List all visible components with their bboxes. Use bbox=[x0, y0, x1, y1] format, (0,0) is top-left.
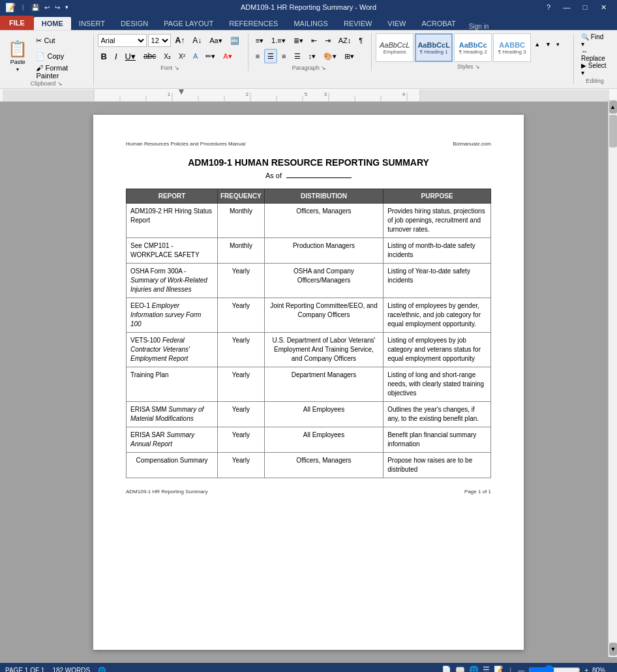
clear-format-button[interactable]: 🔤 bbox=[227, 33, 243, 48]
cell-frequency: Yearly bbox=[217, 333, 264, 367]
replace-button[interactable]: ↔ Replace bbox=[578, 48, 612, 62]
styles-scroll-up[interactable]: ▲ bbox=[532, 40, 542, 55]
tab-page-layout[interactable]: PAGE LAYOUT bbox=[156, 17, 221, 30]
paste-button[interactable]: 📋 Paste ▾ bbox=[5, 39, 30, 73]
cell-purpose: Listing of employees by gender, race/eth… bbox=[384, 298, 491, 333]
window-title: ADM109-1 HR Reporting Summary - Word bbox=[241, 3, 376, 11]
justify-button[interactable]: ☰ bbox=[291, 49, 304, 63]
restore-button[interactable]: □ bbox=[577, 0, 594, 14]
shading-button[interactable]: 🎨▾ bbox=[320, 49, 340, 63]
tab-acrobat[interactable]: ACROBAT bbox=[414, 17, 463, 30]
change-case-button[interactable]: Aa▾ bbox=[206, 33, 225, 48]
style-heading3[interactable]: AABBC ¶ Heading 3 bbox=[493, 33, 531, 62]
quick-redo-icon[interactable]: ↪ bbox=[55, 4, 60, 11]
text-effect-button[interactable]: A bbox=[190, 49, 201, 63]
find-button[interactable]: 🔍 Find ▾ bbox=[578, 33, 612, 48]
numbering-button[interactable]: 1.≡▾ bbox=[268, 33, 289, 48]
ruler: 1 2 3 4 5 bbox=[0, 89, 617, 102]
font-size-select[interactable]: 12 bbox=[148, 34, 171, 47]
tab-mailings[interactable]: MAILINGS bbox=[286, 17, 336, 30]
col-header-purpose: PURPOSE bbox=[384, 189, 491, 204]
zoom-level[interactable]: 80% bbox=[592, 667, 612, 673]
cell-purpose: Listing of long and short-range needs, w… bbox=[384, 367, 491, 402]
zoom-slider[interactable] bbox=[528, 666, 580, 672]
underline-button[interactable]: U▾ bbox=[122, 49, 139, 63]
svg-text:5: 5 bbox=[305, 91, 308, 97]
document-footer: ADM109-1 HR Reporting Summary Page 1 of … bbox=[126, 489, 491, 495]
font-color-button[interactable]: A▾ bbox=[220, 49, 235, 63]
style-heading2[interactable]: AaBbCc ¶ Heading 2 bbox=[454, 33, 492, 62]
font-family-select[interactable]: Arial bbox=[98, 34, 147, 47]
text-highlight-button[interactable]: ✏▾ bbox=[202, 49, 218, 63]
cell-distribution: Production Managers bbox=[264, 238, 383, 264]
footer-left: ADM109-1 HR Reporting Summary bbox=[126, 489, 207, 495]
vertical-scrollbar[interactable]: ▲ ▼ bbox=[608, 102, 617, 657]
styles-more[interactable]: ▾ bbox=[554, 40, 562, 55]
align-left-button[interactable]: ≡ bbox=[252, 49, 263, 63]
select-button[interactable]: ▶ Select ▾ bbox=[578, 62, 612, 76]
tab-references[interactable]: REFERENCES bbox=[221, 17, 286, 30]
copy-button[interactable]: 📄 Copy bbox=[33, 49, 87, 63]
view-outline[interactable]: ☰ bbox=[483, 665, 490, 672]
cell-report: VETS-100 Federal Contractor Veterans' Em… bbox=[127, 333, 218, 367]
format-painter-button[interactable]: 🖌 Format Painter bbox=[33, 65, 87, 79]
bullets-button[interactable]: ≡▾ bbox=[252, 33, 267, 48]
header-left: Human Resources Policies and Procedures … bbox=[126, 141, 245, 147]
col-header-report: REPORT bbox=[127, 189, 218, 204]
styles-scroll-down[interactable]: ▼ bbox=[543, 40, 553, 55]
align-center-button[interactable]: ☰ bbox=[264, 49, 277, 63]
cell-report: ERISA SMM Summary of Material Modificati… bbox=[127, 402, 218, 427]
font-label: Font ↘ bbox=[98, 65, 243, 71]
scrollbar-thumb[interactable] bbox=[609, 115, 617, 147]
cell-distribution: Officers, Managers bbox=[264, 453, 383, 478]
cut-button[interactable]: ✂ Cut bbox=[33, 33, 87, 48]
cell-distribution: All Employees bbox=[264, 427, 383, 453]
cell-frequency: Yearly bbox=[217, 427, 264, 453]
increase-font-button[interactable]: A↑ bbox=[172, 33, 188, 48]
view-full-reading[interactable]: 📖 bbox=[455, 665, 465, 672]
table-row: VETS-100 Federal Contractor Veterans' Em… bbox=[127, 333, 491, 367]
table-row: ADM109-2 HR Hiring Status Report Monthly… bbox=[127, 204, 491, 238]
cell-distribution: Department Managers bbox=[264, 367, 383, 402]
document-page: Human Resources Policies and Procedures … bbox=[93, 115, 524, 650]
tab-insert[interactable]: INSERT bbox=[71, 17, 113, 30]
zoom-increase-button[interactable]: + bbox=[584, 667, 588, 673]
quick-save-icon[interactable]: 💾 bbox=[31, 4, 39, 11]
sign-in[interactable]: Sign in bbox=[464, 23, 494, 30]
style-emphasis[interactable]: AaBbCcL Emphasis bbox=[376, 33, 414, 62]
close-button[interactable]: ✕ bbox=[595, 0, 612, 14]
increase-indent-button[interactable]: ⇥ bbox=[322, 33, 334, 48]
line-spacing-button[interactable]: ↕▾ bbox=[305, 49, 320, 63]
tab-design[interactable]: DESIGN bbox=[113, 17, 156, 30]
tab-view[interactable]: VIEW bbox=[380, 17, 414, 30]
italic-button[interactable]: I bbox=[112, 49, 121, 63]
borders-button[interactable]: ⊞▾ bbox=[341, 49, 357, 63]
document-area: ▲ ▼ Human Resources Policies and Procedu… bbox=[0, 102, 617, 663]
multilevel-list-button[interactable]: ≣▾ bbox=[290, 33, 307, 48]
cell-frequency: Yearly bbox=[217, 402, 264, 427]
zoom-decrease-button[interactable]: — bbox=[518, 667, 524, 673]
customize-icon[interactable]: ▾ bbox=[65, 4, 68, 10]
quick-undo-icon[interactable]: ↩ bbox=[44, 4, 50, 11]
align-right-button[interactable]: ≡ bbox=[278, 49, 289, 63]
sort-button[interactable]: AZ↕ bbox=[335, 33, 355, 48]
show-marks-button[interactable]: ¶ bbox=[355, 33, 366, 48]
subscript-button[interactable]: X₂ bbox=[160, 49, 174, 63]
view-print-layout[interactable]: 📄 bbox=[442, 665, 451, 672]
view-draft[interactable]: 📝 bbox=[494, 665, 504, 672]
view-web-layout[interactable]: 🌐 bbox=[469, 665, 479, 672]
cell-purpose: Listing of month-to-date safety incident… bbox=[384, 238, 491, 264]
superscript-button[interactable]: X² bbox=[175, 49, 188, 63]
help-icon[interactable]: ? bbox=[540, 0, 557, 14]
asof-line bbox=[286, 177, 352, 178]
style-heading1[interactable]: AaBbCcL ¶ Heading 1 bbox=[415, 33, 453, 62]
tab-file[interactable]: FILE bbox=[0, 16, 34, 30]
strikethrough-button[interactable]: abc bbox=[140, 49, 159, 63]
decrease-font-button[interactable]: A↓ bbox=[189, 33, 205, 48]
bold-button[interactable]: B bbox=[98, 49, 110, 63]
decrease-indent-button[interactable]: ⇤ bbox=[308, 33, 320, 48]
tab-review[interactable]: REVIEW bbox=[336, 17, 380, 30]
table-row: ERISA SAR Summary Annual Report Yearly A… bbox=[127, 427, 491, 453]
tab-home[interactable]: HOME bbox=[34, 17, 71, 30]
minimize-button[interactable]: — bbox=[558, 0, 575, 14]
